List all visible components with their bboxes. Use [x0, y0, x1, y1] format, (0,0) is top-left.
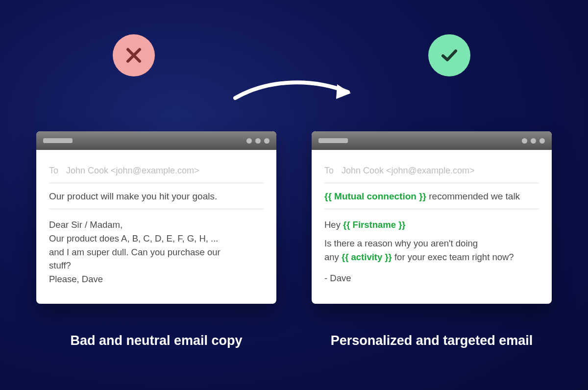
titlebar-pill — [318, 138, 348, 143]
subject-row: {{ Mutual connection }} recommended we t… — [324, 183, 539, 209]
badge-row — [0, 34, 588, 76]
to-row: To John Cook <john@example.com> — [324, 157, 539, 183]
merge-token: {{ Firstname }} — [343, 219, 406, 230]
check-icon — [439, 45, 460, 66]
body-text: for your exec team right now? — [392, 252, 514, 262]
window-dot — [531, 138, 536, 144]
bad-badge — [113, 34, 155, 76]
body-row: Hey {{ Firstname }} Is there a reason wh… — [324, 209, 539, 296]
body-line: Is there a reason why you aren't doing — [324, 237, 539, 250]
arrow-icon — [230, 73, 358, 108]
subject-row: Our product will make you hit your goals… — [49, 183, 264, 209]
email-content: To John Cook <john@example.com> Our prod… — [36, 150, 276, 304]
body-signoff: - Dave — [324, 271, 539, 285]
to-label: To — [324, 166, 334, 176]
cross-icon — [124, 46, 144, 65]
email-card-bad: To John Cook <john@example.com> Our prod… — [36, 131, 276, 304]
body-line: Our product does A, B, C, D, E, F, G, H,… — [49, 232, 264, 245]
body-line: and I am super dull. Can you purchase ou… — [49, 245, 264, 259]
to-row: To John Cook <john@example.com> — [49, 157, 264, 183]
good-badge — [428, 34, 470, 76]
to-value: John Cook <john@example.com> — [66, 166, 199, 176]
cards-row: To John Cook <john@example.com> Our prod… — [0, 131, 588, 304]
subject-text: Our product will make you hit your goals… — [49, 191, 217, 201]
captions-row: Bad and neutral email copy Personalized … — [0, 333, 588, 348]
window-dot — [255, 138, 261, 144]
body-line: any {{ activity }} for your exec team ri… — [324, 250, 539, 264]
window-dot — [522, 138, 527, 144]
caption-good: Personalized and targeted email — [312, 333, 552, 348]
email-content: To John Cook <john@example.com> {{ Mutua… — [312, 150, 552, 303]
window-titlebar — [312, 131, 552, 150]
caption-bad: Bad and neutral email copy — [36, 333, 276, 348]
window-dots — [246, 138, 270, 144]
body-line: stuff? — [49, 259, 264, 272]
merge-token: {{ activity }} — [342, 252, 392, 262]
window-dot — [539, 138, 545, 144]
to-label: To — [49, 166, 58, 176]
body-text: Hey — [324, 219, 343, 230]
window-titlebar — [36, 131, 276, 150]
window-dot — [264, 138, 270, 144]
to-value: John Cook <john@example.com> — [342, 166, 474, 176]
window-dots — [522, 138, 545, 144]
body-line: Dear Sir / Madam, — [49, 218, 264, 232]
body-line: Hey {{ Firstname }} — [324, 218, 539, 232]
merge-token: {{ Mutual connection }} — [324, 191, 426, 201]
titlebar-pill — [43, 138, 73, 143]
email-card-good: To John Cook <john@example.com> {{ Mutua… — [312, 131, 552, 304]
body-line: Please, Dave — [49, 272, 264, 286]
subject-text: recommended we talk — [426, 191, 520, 201]
window-dot — [246, 138, 252, 144]
body-row: Dear Sir / Madam, Our product does A, B,… — [49, 209, 264, 297]
body-text: any — [324, 252, 342, 262]
